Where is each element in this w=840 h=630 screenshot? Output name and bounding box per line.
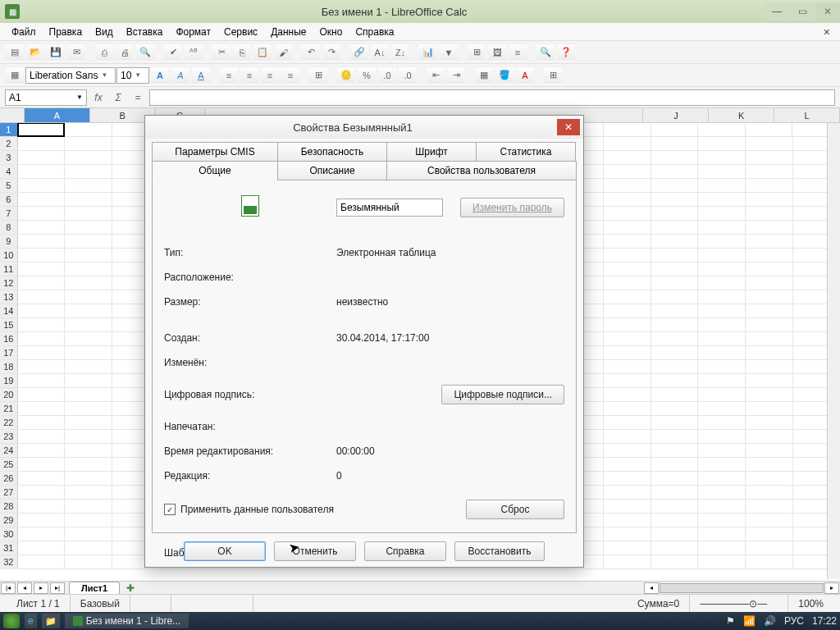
cell[interactable] (112, 290, 148, 304)
function-wizard-icon[interactable]: fx (90, 89, 107, 106)
cell[interactable] (698, 388, 746, 401)
row-header[interactable]: 27 (0, 486, 18, 499)
cell[interactable] (698, 276, 746, 290)
row-header[interactable]: 2 (0, 137, 18, 150)
cell[interactable] (65, 207, 112, 220)
cell[interactable] (698, 179, 746, 192)
cell[interactable] (604, 304, 651, 317)
cell[interactable] (698, 318, 746, 331)
italic-icon[interactable]: A (171, 66, 189, 84)
cell[interactable] (65, 137, 112, 150)
cell[interactable] (112, 527, 148, 541)
menu-view[interactable]: Вид (89, 25, 120, 39)
start-button[interactable] (3, 614, 20, 628)
cell[interactable] (651, 123, 699, 136)
cell[interactable] (604, 276, 651, 290)
cell[interactable] (65, 360, 112, 373)
hscroll-right[interactable]: ▸ (824, 582, 839, 594)
cell[interactable] (698, 444, 746, 457)
cell[interactable] (698, 290, 746, 304)
cell[interactable] (604, 527, 651, 541)
cell[interactable] (698, 500, 746, 513)
cell[interactable] (112, 430, 148, 443)
menu-data[interactable]: Данные (264, 25, 313, 39)
fontcolor-icon[interactable]: A (516, 66, 534, 84)
cell[interactable] (65, 388, 112, 401)
tray-lang[interactable]: РУС (784, 615, 804, 627)
align-left-icon[interactable]: ≡ (220, 66, 238, 84)
cell[interactable] (65, 304, 112, 317)
cell[interactable] (112, 193, 148, 206)
row-header[interactable]: 24 (0, 444, 18, 457)
cell[interactable] (17, 123, 65, 137)
cell[interactable] (651, 514, 699, 527)
tab-font[interactable]: Шрифт (386, 142, 477, 162)
autospell-icon[interactable]: ᴬᴮ (185, 43, 203, 62)
cell[interactable] (18, 527, 66, 541)
cell[interactable] (698, 235, 746, 248)
row-header[interactable]: 8 (0, 221, 18, 234)
cell[interactable] (112, 207, 148, 220)
cell[interactable] (112, 444, 148, 457)
email-icon[interactable]: ✉ (67, 43, 85, 62)
cell[interactable] (18, 346, 66, 359)
cell[interactable] (651, 346, 699, 359)
accept-icon[interactable]: = (130, 89, 146, 106)
bgcolor-icon[interactable]: 🪣 (495, 66, 514, 84)
status-zoom[interactable]: 100% (788, 595, 833, 612)
cell[interactable] (604, 151, 651, 164)
document-name-input[interactable] (336, 199, 443, 217)
cell[interactable] (651, 430, 699, 443)
zoom-icon[interactable]: 🔍 (536, 43, 555, 62)
cell[interactable] (112, 360, 148, 373)
merge-cells-icon[interactable]: ⊞ (309, 66, 327, 84)
cell[interactable] (651, 304, 699, 317)
cell[interactable] (65, 123, 112, 136)
cell[interactable] (65, 486, 112, 499)
cell[interactable] (746, 430, 793, 443)
styles-icon[interactable]: ▦ (6, 66, 24, 84)
increase-indent-icon[interactable]: ⇥ (447, 66, 465, 84)
maximize-button[interactable]: ▭ (790, 2, 815, 21)
cell[interactable] (698, 458, 746, 471)
cell[interactable] (112, 165, 148, 178)
first-sheet-button[interactable]: |◂ (1, 582, 16, 594)
cell[interactable] (651, 165, 699, 178)
cell[interactable] (604, 332, 651, 345)
cell[interactable] (651, 262, 699, 276)
dialog-titlebar[interactable]: Свойства Безымянный1 ✕ (145, 116, 583, 139)
cell[interactable] (112, 555, 148, 568)
cell[interactable] (18, 165, 66, 178)
cell[interactable] (604, 235, 651, 248)
cell[interactable] (746, 249, 793, 262)
row-header[interactable]: 19 (0, 374, 18, 387)
restore-button[interactable]: Восстановить (454, 541, 545, 561)
cell[interactable] (18, 179, 66, 192)
cell[interactable] (65, 249, 112, 262)
cell[interactable] (746, 444, 793, 457)
cell[interactable] (65, 179, 112, 192)
cell[interactable] (18, 500, 66, 513)
menu-help[interactable]: Справка (349, 25, 400, 39)
cell[interactable] (604, 318, 651, 331)
cell[interactable] (651, 235, 699, 248)
align-justify-icon[interactable]: ≡ (281, 66, 299, 84)
cell[interactable] (746, 541, 793, 555)
format-paint-icon[interactable]: 🖌 (274, 43, 292, 62)
borders-icon[interactable]: ▦ (475, 66, 493, 84)
cell[interactable] (746, 514, 793, 527)
cell[interactable] (112, 402, 148, 415)
cell[interactable] (65, 165, 112, 178)
tray-volume-icon[interactable]: 🔊 (764, 615, 776, 627)
cell[interactable] (604, 486, 651, 499)
cell[interactable] (112, 123, 148, 136)
cell[interactable] (698, 472, 746, 485)
cell[interactable] (698, 527, 746, 541)
cell[interactable] (746, 318, 793, 331)
cell[interactable] (651, 402, 699, 415)
cell[interactable] (746, 235, 793, 248)
cell[interactable] (604, 221, 651, 234)
row-header[interactable]: 6 (0, 193, 18, 206)
cell[interactable] (604, 514, 651, 527)
cell[interactable] (651, 249, 699, 262)
